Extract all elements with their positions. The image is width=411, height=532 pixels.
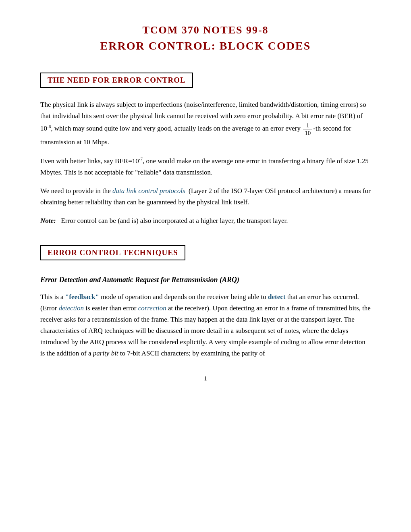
detect-bold: detect [268,293,285,301]
page: TCOM 370 NOTES 99-8 ERROR CONTROL: BLOCK… [0,0,411,532]
header: TCOM 370 NOTES 99-8 ERROR CONTROL: BLOCK… [40,24,371,52]
note-label: Note: [40,217,56,224]
header-title-line2: ERROR CONTROL: BLOCK CODES [40,39,371,52]
section2-heading-text: ERROR CONTROL TECHNIQUES [48,248,178,257]
feedback-bold: "feedback" [65,293,99,301]
section2-paragraph1: This is a "feedback" mode of operation a… [40,291,371,359]
correction-italic: correction [138,304,166,312]
section1-paragraph4-note: Note: Error control can be (and is) also… [40,215,371,227]
section1-heading-box: THE NEED FOR ERROR CONTROL [40,73,193,88]
data-link-control-protocols-link: data link control protocols [112,187,185,195]
parity-bit-italic: parity bit [93,349,118,357]
section1-paragraph2: Even with better links, say BER=10-7, on… [40,155,371,178]
superscript-neg6: -6 [47,124,51,129]
section2-subheading: Error Detection and Automatic Request fo… [40,276,371,284]
section1-heading-text: THE NEED FOR ERROR CONTROL [48,76,186,84]
header-title-line1: TCOM 370 NOTES 99-8 [40,24,371,36]
detection-italic: detection [59,304,84,312]
section-error-control-techniques: ERROR CONTROL TECHNIQUES Error Detection… [40,241,371,359]
superscript-neg7: -7 [139,156,143,161]
fraction-1-over-10: 110 [303,122,312,137]
section1-paragraph3: We need to provide in the data link cont… [40,185,371,208]
page-number: 1 [40,375,371,382]
section-need-for-error-control: THE NEED FOR ERROR CONTROL The physical … [40,69,371,227]
section2-heading-box: ERROR CONTROL TECHNIQUES [40,245,185,260]
section1-paragraph1: The physical link is always subject to i… [40,99,371,148]
